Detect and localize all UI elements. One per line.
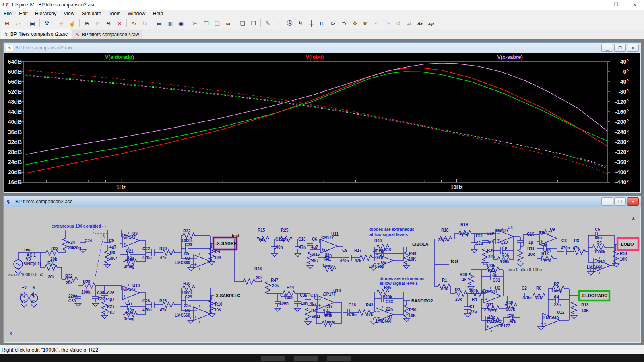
component-label[interactable]: C19 <box>487 231 494 236</box>
component-label[interactable]: 22n <box>554 303 561 307</box>
component-label[interactable]: C7 <box>324 248 329 253</box>
schematic-comment[interactable]: extraneous 100k omitted <box>52 224 101 228</box>
place-capacitor-icon[interactable]: ╪ <box>306 19 316 28</box>
component-label[interactable]: 47k <box>160 308 167 312</box>
component-label[interactable]: C3 <box>561 239 567 243</box>
drag-icon[interactable]: ☛ <box>361 19 371 28</box>
component-label[interactable]: R15 <box>258 228 265 232</box>
component-label[interactable]: 10K <box>620 257 627 261</box>
control-panel-icon[interactable]: ⚒ <box>42 19 52 28</box>
component-label[interactable]: R36 <box>502 253 509 257</box>
component-label[interactable]: 10K <box>409 313 416 318</box>
component-label[interactable]: OP177 <box>323 292 336 296</box>
component-label[interactable]: -V <box>31 285 35 290</box>
component-label[interactable]: R10 <box>215 302 223 306</box>
component-label[interactable]: 1meg <box>124 264 134 269</box>
component-label[interactable]: 5k11 <box>312 314 320 319</box>
net-label[interactable]: test <box>232 233 239 238</box>
draw-wire-icon[interactable]: ✎ <box>263 19 273 28</box>
component-label[interactable]: 1meg <box>322 263 333 268</box>
component-label[interactable]: U5 <box>185 309 190 313</box>
component-label[interactable]: R29 <box>83 280 91 284</box>
component-label[interactable]: 4µ7 <box>107 297 114 302</box>
component-label[interactable]: R25 <box>281 228 289 232</box>
schem-minimize-button[interactable]: ▁ <box>601 197 613 206</box>
component-label[interactable]: 47k <box>355 259 361 263</box>
component-label[interactable]: 470n <box>561 246 570 250</box>
zoom-in-icon[interactable]: ⊕ <box>82 19 92 28</box>
component-label[interactable]: 47k <box>535 296 542 300</box>
net-label[interactable]: X-SABRE+C <box>216 293 240 298</box>
new-schematic-icon[interactable]: ⊞ <box>2 19 12 28</box>
component-label[interactable]: R38 <box>460 272 467 277</box>
component-label[interactable]: 5 <box>20 292 23 297</box>
component-label[interactable]: .47µ <box>508 319 516 323</box>
waveform-plot[interactable]: 64dB60dB56dB52dB48dB44dB40dB36dB32dB28dB… <box>4 53 640 192</box>
component-label[interactable]: R14 <box>620 251 627 256</box>
menu-hierarchy[interactable]: Hierarchy <box>31 10 60 17</box>
component-label[interactable]: C25 <box>97 291 105 295</box>
schem-restore-button[interactable]: ❐ <box>614 197 626 206</box>
component-label[interactable]: 470n <box>347 313 357 317</box>
tile-horizontal-icon[interactable]: ▤ <box>154 19 164 28</box>
component-label[interactable]: R20 <box>159 247 167 251</box>
component-label[interactable]: R26 <box>127 258 134 262</box>
component-label[interactable]: 4µ7 <box>487 239 493 244</box>
component-label[interactable]: C2 <box>522 286 527 290</box>
component-label[interactable]: 330k <box>506 307 515 311</box>
component-label[interactable]: R47 <box>271 278 279 282</box>
component-label[interactable]: 10K <box>214 255 222 260</box>
component-label[interactable]: C24 <box>85 239 92 243</box>
menu-view[interactable]: View <box>60 10 78 17</box>
component-label[interactable]: V2 <box>31 300 36 304</box>
component-label[interactable]: OP177 <box>540 230 553 235</box>
component-label[interactable]: C13 <box>298 237 306 241</box>
component-label[interactable]: R28 <box>159 299 167 303</box>
spice-directive-icon[interactable]: .op <box>426 19 436 28</box>
component-label[interactable]: .22µ <box>475 241 483 245</box>
component-label[interactable]: C15 <box>527 232 535 237</box>
component-label[interactable]: C20 <box>500 240 508 245</box>
component-label[interactable]: R19 <box>460 222 468 227</box>
wave-restore-button[interactable]: ❐ <box>614 44 626 52</box>
find-icon[interactable]: ∞ <box>223 19 233 28</box>
component-label[interactable]: V1 <box>21 300 26 304</box>
component-label[interactable]: R1 <box>442 278 447 282</box>
component-label[interactable]: 1meg <box>324 320 335 324</box>
component-label[interactable]: OP177 <box>496 228 509 233</box>
component-label[interactable]: C1 <box>469 304 475 309</box>
component-label[interactable]: 4µ7 <box>109 245 116 249</box>
component-label[interactable]: R13 <box>581 303 589 307</box>
schematic-comment[interactable]: diodes are extraneous <box>369 227 415 232</box>
component-label[interactable]: R42 <box>311 309 319 313</box>
component-label[interactable]: 1meg <box>124 317 134 321</box>
component-label[interactable]: 1meg <box>540 258 551 262</box>
component-label[interactable]: 1meg <box>373 248 383 253</box>
component-label[interactable]: 22k <box>488 255 495 259</box>
component-label[interactable]: C28 <box>142 299 150 303</box>
component-label[interactable]: R44 <box>287 285 294 290</box>
component-label[interactable]: R41 <box>324 257 331 261</box>
component-label[interactable]: C33 <box>386 300 393 304</box>
component-label[interactable]: 22n <box>184 251 190 256</box>
component-label[interactable]: 20k <box>256 276 263 280</box>
net-label[interactable]: test <box>24 247 32 252</box>
component-label[interactable]: C35 <box>300 293 308 298</box>
component-label[interactable]: 1meg <box>551 288 562 293</box>
spice-directive-text[interactable]: .ac oct 1000 0.5 50 <box>7 272 43 277</box>
component-label[interactable]: 1µ <box>528 240 533 245</box>
component-label[interactable]: C6 <box>312 237 317 241</box>
component-label[interactable]: 100n <box>274 245 283 249</box>
component-label[interactable]: C18 <box>349 303 356 307</box>
schematic-comment[interactable]: at low signal levels <box>369 232 408 237</box>
component-label[interactable]: 620k <box>383 295 392 299</box>
cut-icon[interactable]: ✂ <box>190 19 200 28</box>
component-label[interactable]: 4k7 <box>312 259 319 263</box>
component-label[interactable]: R6 <box>536 286 541 290</box>
component-label[interactable]: R16 <box>312 252 320 257</box>
component-label[interactable]: R31 <box>47 261 55 265</box>
schematic-comment[interactable]: & <box>632 216 635 221</box>
place-text-icon[interactable]: Aa <box>415 19 425 28</box>
component-label[interactable]: 10k <box>488 315 495 319</box>
component-label[interactable]: C31 <box>493 278 500 282</box>
